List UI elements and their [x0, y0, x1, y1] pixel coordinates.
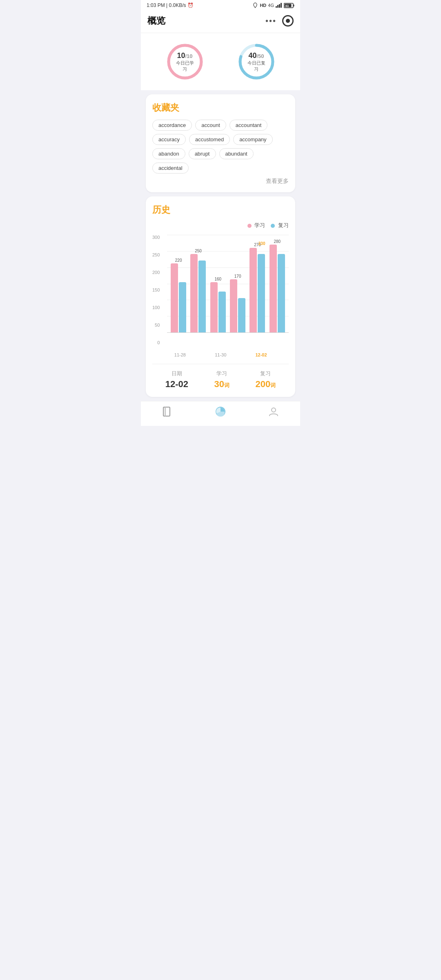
header-actions: •••	[265, 15, 294, 27]
bar-group-1128: 220	[171, 258, 186, 332]
profile-icon	[267, 405, 280, 418]
learned-progress: 10/10 今日已学习	[165, 41, 205, 82]
history-title: 历史	[152, 204, 289, 216]
tag-accustomed[interactable]: accustomed	[189, 134, 230, 145]
see-more-button[interactable]: 查看更多	[152, 178, 289, 185]
tag-accompany[interactable]: accompany	[233, 134, 272, 145]
tag-account[interactable]: account	[195, 120, 226, 131]
svg-rect-2	[279, 4, 280, 8]
reviewed-text: 40/50 今日已复习	[246, 51, 267, 72]
svg-rect-3	[281, 3, 282, 8]
tag-abundant[interactable]: abundant	[219, 148, 254, 159]
bar-pink-1130	[210, 282, 218, 332]
bar-blue-1128	[179, 282, 186, 332]
svg-rect-12	[163, 407, 170, 416]
nav-item-stats[interactable]	[208, 405, 233, 418]
bar-group-1130: 160	[210, 277, 226, 332]
y-axis: 300 250 200 150 100 50 0	[152, 235, 162, 345]
summary-review: 复习 200词	[256, 370, 276, 390]
learned-circle: 10/10 今日已学习	[165, 41, 205, 82]
tag-abrupt[interactable]: abrupt	[189, 148, 216, 159]
progress-section: 10/10 今日已学习 40/50 今日已复习	[141, 33, 300, 90]
page-title: 概览	[147, 15, 165, 27]
svg-point-16	[272, 408, 276, 412]
bar-pink-6	[270, 245, 277, 332]
book-icon	[161, 405, 174, 418]
bar-blue-2	[198, 261, 206, 332]
chart-container: 300 250 200 150 100 50 0 220	[152, 235, 289, 357]
record-dot	[286, 19, 290, 23]
nav-item-profile[interactable]	[261, 405, 286, 418]
summary-date: 日期 12-02	[165, 370, 188, 390]
bar-blue-4	[238, 298, 245, 332]
bar-blue-6	[278, 254, 285, 332]
more-options-icon[interactable]: •••	[265, 16, 276, 26]
tag-accuracy[interactable]: accuracy	[152, 134, 186, 145]
chart-inner: 220 250 160	[167, 235, 289, 333]
legend-review-dot	[271, 224, 275, 228]
svg-rect-5	[294, 4, 294, 7]
learned-text: 10/10 今日已学习	[175, 51, 195, 72]
x-axis: 11-28 11-30 12-02	[167, 352, 289, 357]
bar-group-2: 250	[190, 249, 206, 332]
bar-pink-1128	[171, 263, 178, 332]
legend-learn-dot	[247, 224, 252, 228]
nav-item-book[interactable]	[155, 405, 180, 418]
chart-nav-icon	[214, 405, 227, 418]
bar-blue-1202	[258, 254, 265, 332]
header: 概览 •••	[141, 11, 300, 33]
status-bar: 1:03 PM | 0.0KB/s ⏰ HD 4G 63	[141, 0, 300, 11]
bookmarks-card: 收藏夹 accordance account accountant accura…	[146, 94, 295, 192]
tag-abandon[interactable]: abandon	[152, 148, 185, 159]
status-time: 1:03 PM | 0.0KB/s ⏰	[147, 2, 194, 8]
record-button[interactable]	[282, 15, 294, 27]
svg-rect-0	[276, 6, 277, 8]
bars-container: 220 250 160	[167, 235, 289, 332]
bar-group-4: 170	[230, 274, 245, 332]
history-card: 历史 学习 复习 300 250 200 150 100 50 0	[146, 196, 295, 397]
bottom-nav	[141, 401, 300, 426]
bar-group-6: 280	[270, 239, 285, 332]
svg-rect-1	[277, 5, 278, 8]
tag-accountant[interactable]: accountant	[229, 120, 268, 131]
bar-group-1202: 270 230	[249, 243, 265, 332]
bookmarks-title: 收藏夹	[152, 102, 289, 114]
bar-pink-4	[230, 279, 237, 332]
summary-learn: 学习 30词	[214, 370, 229, 390]
reviewed-circle: 40/50 今日已复习	[236, 41, 277, 82]
bar-pink-2	[190, 254, 198, 332]
chart-legend: 学习 复习	[152, 222, 289, 229]
tag-accordance[interactable]: accordance	[152, 120, 192, 131]
tag-accidental[interactable]: accidental	[152, 163, 189, 174]
svg-text:63: 63	[285, 4, 289, 7]
reviewed-progress: 40/50 今日已复习	[236, 41, 277, 82]
legend-learn: 学习	[247, 222, 265, 229]
summary-row: 日期 12-02 学习 30词 复习 200词	[152, 364, 289, 390]
status-icons: HD 4G 63	[252, 2, 294, 8]
bar-pink-1202	[249, 248, 257, 332]
tags-container: accordance account accountant accuracy a…	[152, 120, 289, 174]
bar-blue-1130	[218, 292, 226, 332]
legend-review: 复习	[271, 222, 289, 229]
